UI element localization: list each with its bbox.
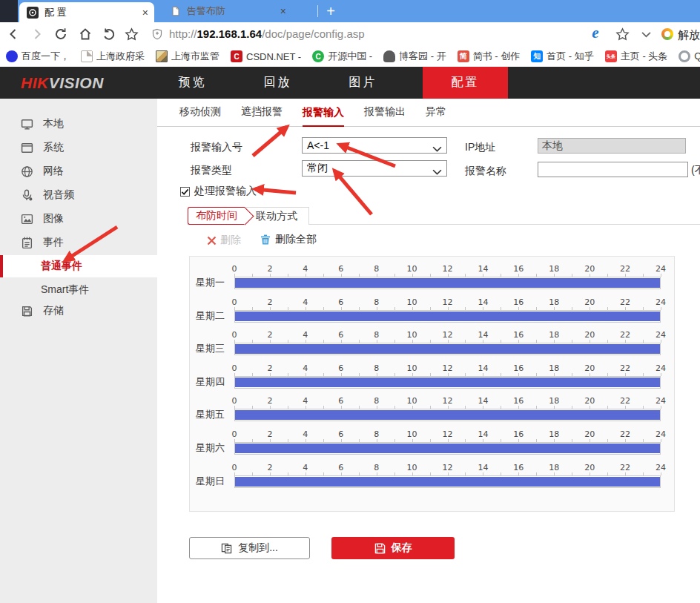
hour-label: 16 bbox=[513, 297, 524, 307]
hour-label: 2 bbox=[267, 330, 272, 340]
schedule-day-row: 星期一024681012141618202224 bbox=[190, 264, 674, 295]
bookmark-toutiao[interactable]: 头条主页 - 头条 bbox=[605, 50, 668, 63]
schedule-day-row: 星期六024681012141618202224 bbox=[190, 429, 674, 461]
tab-arming-schedule[interactable]: 布防时间 bbox=[188, 207, 245, 225]
schedule-bar[interactable] bbox=[235, 312, 660, 321]
browser-tab-config[interactable]: 配 置 × bbox=[19, 2, 154, 22]
nav-playback[interactable]: 回放 bbox=[235, 67, 320, 99]
browser-tab-alarm[interactable]: 告警布防 × bbox=[160, 0, 292, 22]
bookmark-jianshu[interactable]: 简简书 - 创作 bbox=[458, 50, 521, 63]
schedule-bar[interactable] bbox=[235, 278, 660, 288]
schedule-bar[interactable] bbox=[235, 378, 660, 387]
hour-label: 6 bbox=[338, 363, 343, 373]
hour-label: 14 bbox=[478, 264, 488, 274]
schedule-track[interactable] bbox=[234, 343, 661, 355]
hour-label: 20 bbox=[584, 264, 595, 274]
schedule-bar[interactable] bbox=[235, 410, 660, 420]
hour-label: 22 bbox=[620, 264, 630, 274]
bookmark-shgov[interactable]: 上海政府采 bbox=[81, 50, 145, 63]
sidebar-item-system[interactable]: 系统 bbox=[0, 136, 157, 159]
hour-label: 14 bbox=[478, 330, 488, 340]
delete-all-button[interactable]: 删除全部 bbox=[260, 233, 317, 246]
sidebar-item-network[interactable]: 网络 bbox=[0, 160, 157, 182]
sidebar-item-label: 本地 bbox=[43, 117, 64, 131]
forward-icon[interactable] bbox=[30, 27, 44, 42]
sidebar-item-label: 图像 bbox=[43, 212, 64, 225]
ie-mode-icon[interactable]: e bbox=[588, 25, 603, 40]
alarm-input-number-select[interactable]: A<-1 bbox=[302, 137, 447, 154]
process-alarm-checkbox-row[interactable]: 处理报警输入 bbox=[180, 185, 257, 198]
content-tab-4[interactable]: 异常 bbox=[426, 105, 446, 126]
checkbox-checked-icon[interactable] bbox=[180, 187, 190, 197]
home-icon[interactable] bbox=[78, 27, 93, 42]
monitor-icon bbox=[21, 118, 33, 131]
sidebar-item-label: Smart事件 bbox=[41, 283, 89, 297]
sidebar-item-smart-event[interactable]: Smart事件 bbox=[0, 279, 157, 301]
delete-button[interactable]: 删除 bbox=[207, 234, 241, 247]
hour-label: 0 bbox=[232, 396, 237, 406]
bookmark-star-icon[interactable] bbox=[615, 27, 630, 42]
close-tab-icon[interactable]: × bbox=[142, 7, 148, 18]
hour-labels: 024681012141618202224 bbox=[234, 463, 661, 472]
content-tab-2[interactable]: 报警输入 bbox=[303, 106, 344, 127]
subtab-label: 布防时间 bbox=[196, 209, 237, 223]
hour-label: 6 bbox=[338, 264, 343, 274]
hour-label: 22 bbox=[620, 297, 630, 307]
alarm-input-number-label: 报警输入号 bbox=[191, 141, 242, 154]
delete-all-label: 删除全部 bbox=[275, 233, 317, 246]
alarm-type-select[interactable]: 常闭 bbox=[302, 160, 447, 177]
sidebar-item-storage[interactable]: 存储 bbox=[0, 300, 157, 322]
schedule-track[interactable] bbox=[234, 376, 661, 389]
schedule-day-row: 星期二024681012141618202224 bbox=[190, 297, 674, 329]
extension-orb-icon[interactable] bbox=[660, 27, 675, 42]
hour-labels: 024681012141618202224 bbox=[234, 297, 661, 306]
bookmark-cnblogs[interactable]: 博客园 - 开 bbox=[383, 50, 446, 63]
url-text[interactable]: http://192.168.1.64/doc/page/config.asp bbox=[169, 27, 365, 40]
favorite-star-icon[interactable] bbox=[124, 27, 139, 42]
nav-config[interactable]: 配置 bbox=[423, 67, 508, 99]
schedule-track[interactable] bbox=[234, 277, 661, 289]
sidebar-item-event[interactable]: 事件 bbox=[0, 231, 157, 254]
schedule-bar[interactable] bbox=[235, 444, 660, 453]
sidebar-item-audio-video[interactable]: 视音频 bbox=[0, 184, 157, 206]
qtcn-favicon-icon bbox=[678, 50, 690, 62]
content-tab-0[interactable]: 移动侦测 bbox=[179, 105, 221, 126]
bookmark-baidu[interactable]: 百度一下， bbox=[6, 50, 70, 63]
day-label: 星期四 bbox=[196, 375, 231, 389]
schedule-bar[interactable] bbox=[235, 344, 660, 354]
copy-to-button[interactable]: 复制到... bbox=[189, 537, 310, 559]
undo-icon[interactable] bbox=[102, 27, 116, 42]
new-tab-button[interactable]: + bbox=[321, 1, 340, 22]
hour-label: 4 bbox=[303, 396, 308, 406]
schedule-track[interactable] bbox=[234, 310, 661, 323]
sidebar-item-image[interactable]: 图像 bbox=[0, 208, 157, 230]
nav-picture[interactable]: 图片 bbox=[320, 67, 406, 99]
schedule-track[interactable] bbox=[234, 409, 661, 421]
sidebar-item-label: 视音频 bbox=[43, 188, 74, 202]
chevron-down-icon[interactable] bbox=[638, 27, 653, 42]
reload-icon[interactable] bbox=[53, 27, 68, 42]
save-button[interactable]: 保存 bbox=[331, 537, 455, 559]
bookmark-oschina[interactable]: C开源中国 - bbox=[312, 50, 372, 63]
hour-label: 8 bbox=[374, 463, 379, 472]
bookmark-zhihu[interactable]: 知首页 - 知乎 bbox=[531, 50, 594, 63]
nav-preview[interactable]: 预览 bbox=[150, 67, 235, 99]
hour-label: 0 bbox=[232, 330, 237, 340]
sidebar-item-local[interactable]: 本地 bbox=[0, 113, 157, 135]
hour-label: 22 bbox=[620, 363, 630, 373]
schedule-bar[interactable] bbox=[235, 477, 660, 487]
schedule-track[interactable] bbox=[234, 475, 661, 488]
site-shield-icon[interactable] bbox=[150, 27, 165, 42]
content-tab-1[interactable]: 遮挡报警 bbox=[241, 105, 283, 126]
tab-linkage-method[interactable]: 联动方式 bbox=[245, 207, 309, 225]
back-icon[interactable] bbox=[6, 27, 21, 42]
alarm-name-field[interactable] bbox=[538, 162, 688, 177]
content-tab-3[interactable]: 报警输出 bbox=[364, 105, 406, 126]
schedule-track[interactable] bbox=[234, 442, 661, 455]
close-tab-icon[interactable]: × bbox=[280, 6, 286, 16]
bookmark-label: 百度一下， bbox=[22, 50, 70, 63]
bookmark-csdn[interactable]: CCSDN.NET - bbox=[231, 50, 301, 62]
bookmark-shjg[interactable]: 上海市监管 bbox=[156, 50, 219, 63]
bookmark-qtcn[interactable]: QTCN开发 bbox=[678, 50, 700, 63]
sidebar-item-basic-event[interactable]: 普通事件 bbox=[0, 255, 157, 277]
